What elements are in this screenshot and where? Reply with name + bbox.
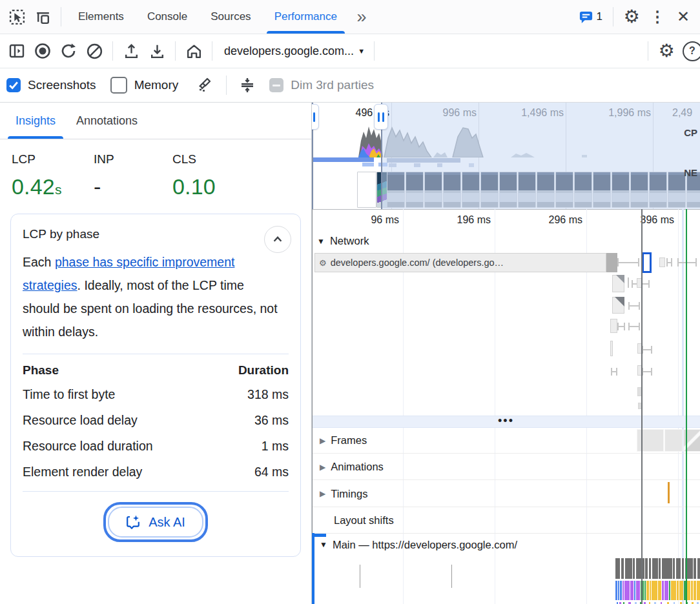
disclosure-collapsed-icon[interactable]: ▶ [320, 489, 325, 498]
flame-bar[interactable] [644, 581, 646, 600]
tab-insights[interactable]: Insights [5, 103, 66, 139]
disclosure-expanded-icon[interactable]: ▼ [320, 540, 327, 549]
network-bar[interactable] [659, 257, 665, 267]
flame-bar[interactable] [697, 581, 700, 600]
flame-bar[interactable] [691, 581, 693, 600]
dim-third-parties-checkbox[interactable] [269, 78, 283, 92]
flame-bar[interactable] [682, 558, 684, 579]
flame-bar[interactable] [664, 581, 668, 600]
timing-marker[interactable] [668, 482, 670, 503]
issues-counter[interactable]: 1 [579, 10, 602, 25]
flame-bar[interactable] [677, 581, 679, 600]
flame-bar[interactable] [694, 558, 696, 579]
inspect-element-button[interactable] [4, 4, 30, 30]
flame-bar[interactable] [630, 581, 633, 600]
memory-label[interactable]: Memory [134, 78, 179, 92]
capture-settings-button[interactable]: ⚙ [654, 38, 679, 64]
screenshots-label[interactable]: Screenshots [28, 78, 96, 92]
history-selector[interactable]: developers.google.com... ▼ [218, 45, 365, 58]
collapse-card-button[interactable] [264, 226, 291, 253]
tab-performance[interactable]: Performance [263, 0, 349, 34]
disclosure-expanded-icon[interactable]: ▼ [317, 237, 325, 246]
home-button[interactable] [181, 38, 207, 64]
network-bar[interactable] [615, 297, 624, 307]
flame-bar[interactable] [636, 558, 644, 579]
record-button[interactable] [30, 38, 56, 64]
tab-annotations[interactable]: Annotations [66, 103, 148, 139]
flame-bar[interactable] [634, 581, 635, 600]
flame-bar[interactable] [633, 558, 635, 579]
device-toolbar-button[interactable] [30, 4, 56, 30]
flame-bar[interactable] [621, 558, 624, 579]
network-bar[interactable] [642, 252, 652, 273]
window-left-handle[interactable] [312, 104, 319, 130]
record-and-reload-button[interactable] [56, 38, 81, 64]
network-bar[interactable] [628, 323, 640, 330]
network-bar[interactable] [628, 277, 629, 288]
metric-lcp[interactable]: LCP 0.42s [12, 152, 94, 199]
settings-button[interactable]: ⚙ [619, 4, 644, 30]
flame-bar[interactable] [669, 581, 670, 600]
flame-bar[interactable] [625, 558, 632, 579]
metric-cls[interactable]: CLS 0.10 [172, 152, 254, 199]
disclosure-collapsed-icon[interactable]: ▶ [320, 436, 325, 445]
flame-bar[interactable] [615, 558, 620, 579]
clear-button[interactable] [81, 38, 107, 64]
flame-bar[interactable] [624, 581, 630, 600]
network-bar[interactable] [610, 319, 617, 333]
screenshot-thumbnail[interactable] [357, 172, 376, 208]
network-bar[interactable] [617, 323, 625, 330]
flame-bar[interactable] [618, 581, 619, 600]
flame-bar[interactable] [652, 558, 658, 579]
flame-bar[interactable] [662, 581, 664, 600]
flame-bar[interactable] [623, 581, 624, 600]
tab-elements[interactable]: Elements [67, 0, 136, 34]
network-bar[interactable] [677, 258, 697, 267]
save-profile-button[interactable] [144, 38, 170, 64]
network-bar[interactable] [642, 368, 652, 376]
flame-bar[interactable] [659, 558, 661, 579]
network-bar[interactable] [611, 368, 617, 376]
metric-inp[interactable]: INP - [94, 152, 172, 199]
flame-bar[interactable] [662, 558, 672, 579]
flame-bar[interactable] [694, 581, 696, 600]
flame-bar[interactable] [650, 581, 651, 600]
tab-console[interactable]: Console [136, 0, 199, 34]
network-bar[interactable] [666, 258, 672, 267]
timeline-overview[interactable]: 496 ms 996 ms 1,496 ms 1,996 ms 2,49 [312, 103, 700, 210]
flame-bar[interactable] [620, 581, 622, 600]
menu-button[interactable]: ⋮ [644, 4, 670, 30]
flame-bar[interactable] [673, 558, 675, 579]
network-request-bar[interactable]: ⚙ developers.google.com/ (developers.go… [314, 253, 606, 272]
flame-bar[interactable] [697, 558, 700, 579]
more-tabs-button[interactable]: » [349, 4, 375, 30]
close-devtools-button[interactable]: ✕ [670, 4, 696, 30]
ask-ai-button[interactable]: Ask AI [108, 507, 203, 538]
memory-checkbox[interactable] [110, 77, 127, 94]
toggle-sidebar-button[interactable] [4, 38, 30, 64]
flame-bar[interactable] [676, 558, 681, 579]
flame-bar[interactable] [645, 558, 648, 579]
flame-bar[interactable] [649, 558, 651, 579]
flame-bar[interactable] [646, 581, 649, 600]
flame-bar[interactable] [671, 581, 676, 600]
flame-bar[interactable] [658, 581, 661, 600]
load-profile-button[interactable] [118, 38, 144, 64]
help-button[interactable]: ? [679, 38, 700, 64]
tab-sources[interactable]: Sources [199, 0, 262, 34]
window-right-handle[interactable] [374, 104, 388, 130]
network-bar[interactable] [610, 341, 613, 356]
flame-bar[interactable] [679, 581, 683, 600]
flame-bar[interactable] [636, 581, 640, 600]
flame-bar[interactable] [652, 581, 657, 600]
network-bar[interactable] [606, 253, 617, 272]
flame-bar[interactable] [643, 581, 644, 600]
collapse-tracks-button[interactable] [234, 72, 260, 98]
network-bar[interactable] [628, 302, 640, 310]
playhead-line[interactable] [641, 209, 643, 604]
flame-bar[interactable] [615, 581, 617, 600]
network-bar[interactable] [642, 346, 652, 354]
network-bar[interactable] [617, 258, 639, 267]
screenshots-checkbox[interactable] [6, 78, 21, 92]
garbage-collect-button[interactable] [192, 72, 218, 98]
